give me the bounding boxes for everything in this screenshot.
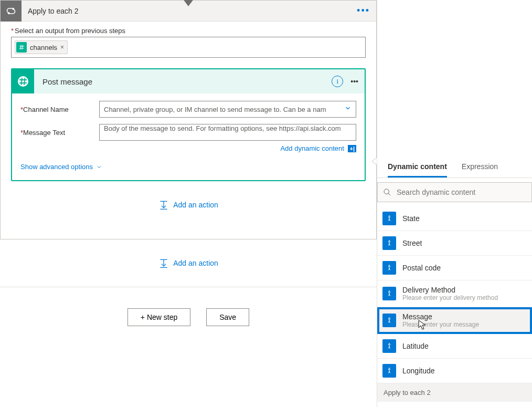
info-icon[interactable]: i bbox=[332, 76, 343, 87]
callout-arrow-icon bbox=[372, 157, 377, 165]
svg-line-4 bbox=[388, 193, 390, 195]
message-text-label: *Message Text bbox=[20, 129, 99, 137]
add-action-outer-button[interactable]: Add an action bbox=[158, 258, 218, 268]
post-message-title: Post message bbox=[42, 77, 332, 86]
dc-item-title: Postal code bbox=[402, 264, 441, 272]
apply-to-each-card: Apply to each 2 ••• *Select an output fr… bbox=[0, 0, 377, 239]
dc-item[interactable]: Delivery MethodPlease enter your deliver… bbox=[377, 280, 532, 307]
dc-item-title: Street bbox=[402, 239, 422, 247]
dc-item-subtitle: Please enter your message bbox=[402, 321, 479, 328]
new-step-button[interactable]: + New step bbox=[127, 308, 190, 326]
svg-point-5 bbox=[389, 219, 390, 220]
loop-icon bbox=[1, 1, 22, 22]
svg-marker-0 bbox=[184, 0, 193, 6]
svg-point-6 bbox=[389, 244, 390, 245]
chevron-down-icon bbox=[344, 105, 352, 113]
tab-expression[interactable]: Expression bbox=[462, 157, 498, 178]
dynamic-badge-icon: +| bbox=[348, 145, 356, 152]
dc-item-title: Latitude bbox=[402, 342, 429, 350]
dc-search-input[interactable] bbox=[397, 188, 526, 196]
save-button[interactable]: Save bbox=[206, 308, 249, 326]
forms-icon bbox=[382, 287, 396, 300]
dc-item[interactable]: MessagePlease enter your message bbox=[377, 307, 532, 334]
message-text-input[interactable]: Body of the message to send. For formatt… bbox=[99, 124, 356, 141]
dc-item-subtitle: Please enter your delivery method bbox=[402, 294, 498, 301]
dc-item[interactable]: Latitude bbox=[377, 334, 532, 359]
post-message-card: Post message i ••• *Channel Name Channel… bbox=[11, 68, 366, 181]
more-icon[interactable]: ••• bbox=[350, 77, 358, 86]
forms-icon bbox=[382, 212, 396, 225]
svg-point-11 bbox=[389, 371, 390, 372]
dc-item[interactable]: Postal code bbox=[377, 256, 532, 280]
dc-item-title: Delivery Method bbox=[402, 286, 498, 294]
channel-name-select[interactable]: Channel, private group, or IM channel to… bbox=[99, 101, 356, 118]
output-label: *Select an output from previous steps bbox=[11, 27, 366, 35]
dc-section-label: Apply to each 2 bbox=[377, 383, 532, 402]
dc-item[interactable]: Street bbox=[377, 231, 532, 256]
flow-arrow-icon bbox=[184, 0, 193, 6]
svg-point-3 bbox=[384, 189, 389, 194]
dc-list: StateStreetPostal codeDelivery MethodPle… bbox=[377, 206, 532, 407]
dc-search-row bbox=[377, 182, 532, 202]
dc-item-title: Longitude bbox=[402, 367, 435, 375]
chip-label: channels bbox=[30, 44, 57, 51]
channel-name-label: *Channel Name bbox=[20, 106, 99, 113]
apply-to-each-title: Apply to each 2 bbox=[28, 7, 357, 15]
svg-point-10 bbox=[389, 347, 390, 348]
dc-item[interactable]: Longitude bbox=[377, 359, 532, 383]
forms-icon bbox=[382, 364, 396, 378]
forms-icon bbox=[382, 236, 396, 250]
output-token-input[interactable]: channels × bbox=[11, 37, 366, 58]
forms-icon bbox=[382, 261, 396, 275]
chip-remove-icon[interactable]: × bbox=[60, 44, 64, 51]
post-message-header[interactable]: Post message i ••• bbox=[12, 69, 365, 93]
forms-icon bbox=[382, 314, 396, 327]
svg-point-8 bbox=[389, 294, 390, 295]
forms-icon bbox=[382, 339, 396, 353]
svg-point-1 bbox=[18, 76, 28, 87]
add-action-inner-button[interactable]: Add an action bbox=[158, 200, 218, 210]
search-icon bbox=[383, 188, 391, 196]
channels-chip[interactable]: channels × bbox=[15, 40, 68, 54]
dc-item-title: State bbox=[402, 214, 420, 223]
svg-point-9 bbox=[389, 321, 390, 322]
tab-dynamic-content[interactable]: Dynamic content bbox=[388, 157, 447, 178]
dc-tabs: Dynamic content Expression bbox=[377, 157, 532, 178]
svg-point-7 bbox=[389, 268, 390, 269]
hash-icon bbox=[16, 42, 27, 53]
dc-item-title: Message bbox=[402, 312, 479, 321]
show-advanced-options-link[interactable]: Show advanced options bbox=[20, 163, 102, 171]
slack-hash-icon bbox=[12, 69, 34, 93]
dc-item[interactable]: State bbox=[377, 206, 532, 231]
svg-marker-2 bbox=[372, 157, 377, 165]
dynamic-content-panel: Dynamic content Expression StateStreetPo… bbox=[377, 156, 532, 407]
more-icon[interactable]: ••• bbox=[357, 5, 370, 16]
add-dynamic-content-link[interactable]: Add dynamic content +| bbox=[280, 144, 356, 152]
